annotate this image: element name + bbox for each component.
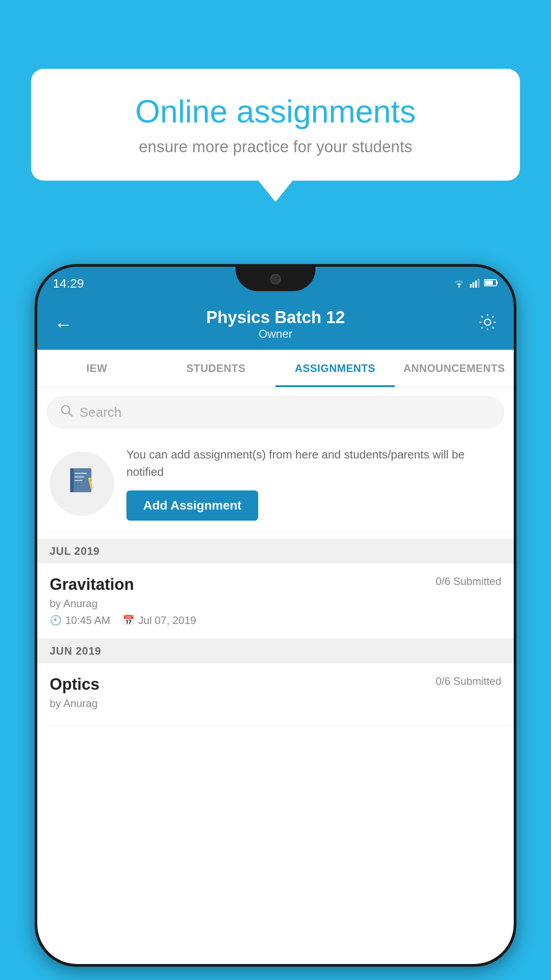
assignment-item-gravitation[interactable]: Gravitation 0/6 Submitted by Anurag 🕙 10… [37,564,514,639]
clock-icon: 🕙 [50,615,62,626]
phone-frame: 14:29 [35,264,516,967]
tab-students[interactable]: STUDENTS [157,350,276,387]
svg-rect-15 [75,480,83,481]
status-time: 14:29 [53,277,84,291]
speech-bubble-subtitle: ensure more practice for your students [60,138,491,156]
svg-point-8 [484,319,491,325]
assignment-submitted: 0/6 Submitted [436,575,501,588]
signal-icon [470,278,480,289]
svg-rect-7 [485,281,493,285]
svg-rect-12 [70,468,74,492]
assignment-optics-by: by Anurag [50,697,501,710]
assignment-row1: Gravitation 0/6 Submitted [50,575,501,594]
app-bar-title: Physics Batch 12 [206,308,345,327]
assignment-optics-row1: Optics 0/6 Submitted [50,675,501,694]
svg-rect-1 [470,284,472,288]
speech-bubble-container: Online assignments ensure more practice … [31,69,520,181]
assignment-time: 10:45 AM [65,614,110,627]
assignment-datetime: 🕙 10:45 AM 📅 Jul 07, 2019 [50,614,501,627]
speech-bubble: Online assignments ensure more practice … [31,69,520,181]
phone-notch [236,267,315,291]
add-assignment-info: You can add assignment(s) from here and … [126,446,501,521]
assignment-optics-name: Optics [50,675,99,694]
status-icons [453,278,498,289]
wifi-icon [453,278,465,289]
assignment-name: Gravitation [50,575,134,594]
svg-rect-13 [75,473,87,474]
assignment-date: Jul 07, 2019 [138,614,196,627]
app-bar-title-group: Physics Batch 12 Owner [206,308,345,341]
svg-rect-6 [496,281,498,284]
back-button[interactable]: ← [54,314,73,335]
date-group: 📅 Jul 07, 2019 [122,614,196,627]
time-group: 🕙 10:45 AM [50,614,110,627]
add-assignment-button[interactable]: Add Assignment [126,490,258,521]
tab-iew[interactable]: IEW [37,350,157,387]
month-separator-jul: JUL 2019 [37,539,514,564]
search-icon [60,404,73,421]
svg-point-9 [62,406,70,414]
svg-point-0 [458,286,460,288]
svg-rect-3 [475,281,477,288]
assignment-item-optics[interactable]: Optics 0/6 Submitted by Anurag [37,664,514,726]
tab-assignments[interactable]: ASSIGNMENTS [276,350,395,387]
month-separator-jun: JUN 2019 [37,639,514,664]
app-bar: ← Physics Batch 12 Owner [37,299,514,350]
tab-announcements[interactable]: ANNOUNCEMENTS [395,350,514,387]
assignment-icon-circle [50,451,114,516]
tab-bar: IEW STUDENTS ASSIGNMENTS ANNOUNCEMENTS [37,350,514,387]
settings-icon[interactable] [478,313,497,336]
calendar-icon: 📅 [122,615,134,626]
camera [270,274,281,285]
phone-screen: 14:29 [37,267,514,964]
search-placeholder: Search [79,405,122,420]
speech-bubble-title: Online assignments [60,93,491,130]
notebook-icon [67,465,98,502]
search-bar[interactable]: Search [47,396,504,428]
svg-rect-2 [472,282,474,288]
assignment-by: by Anurag [50,597,501,610]
add-assignment-card: You can add assignment(s) from here and … [37,435,514,532]
svg-rect-4 [478,279,480,288]
assignment-optics-submitted: 0/6 Submitted [436,675,501,688]
svg-rect-14 [75,476,84,478]
add-assignment-description: You can add assignment(s) from here and … [126,446,501,481]
app-bar-subtitle: Owner [206,327,345,341]
svg-line-10 [69,413,72,416]
screen-content: Search [37,387,514,964]
battery-icon [484,279,498,288]
